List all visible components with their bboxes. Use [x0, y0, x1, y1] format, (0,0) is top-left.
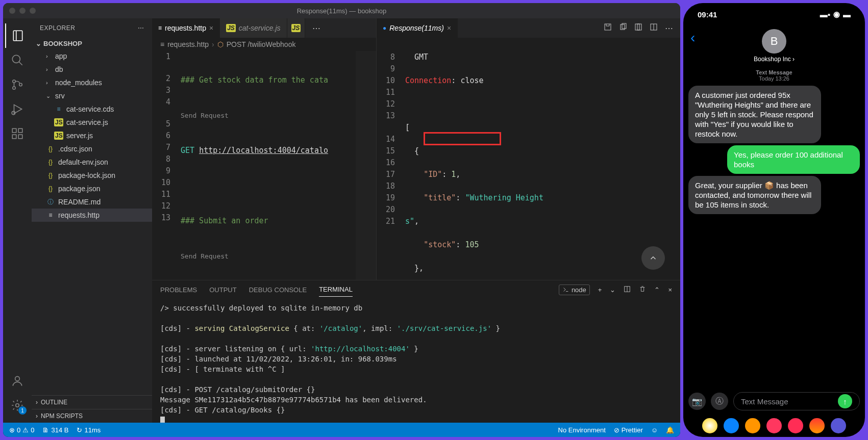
status-prettier[interactable]: ⊘Prettier	[614, 426, 643, 434]
search-icon[interactable]	[5, 48, 30, 72]
account-icon[interactable]	[5, 369, 30, 393]
status-size[interactable]: 🗎314 B	[42, 426, 68, 434]
editor-right[interactable]: 89101112131415161718192021 GMT Connectio…	[377, 38, 680, 280]
send-button[interactable]: ↑	[838, 394, 852, 408]
split-icon[interactable]	[650, 23, 658, 33]
back-button[interactable]: ‹	[690, 30, 695, 46]
contact-header[interactable]: B Bookshop Inc ›	[754, 29, 795, 63]
dock-memoji1-icon[interactable]	[745, 418, 760, 433]
file-cat-service-js[interactable]: JScat-service.js	[32, 116, 152, 129]
file-readme-md[interactable]: ⓘREADME.md	[32, 195, 152, 209]
minimap[interactable]	[356, 51, 376, 280]
phone-input-area: 📷 Ⓐ Text Message ↑	[683, 388, 865, 415]
dock-photos-icon[interactable]	[702, 418, 717, 433]
chevron-up-icon[interactable]: ⌃	[654, 286, 660, 294]
close-icon[interactable]: ×	[209, 24, 213, 32]
tab-response[interactable]: ● Response(11ms) ×	[377, 18, 458, 38]
npm-scripts-section[interactable]: ›NPM SCRIPTS	[32, 409, 152, 423]
send-request-link[interactable]: Send Request	[181, 110, 356, 121]
minimize-window[interactable]	[19, 8, 26, 14]
dock-app2-icon[interactable]	[831, 418, 846, 433]
copy-icon[interactable]	[619, 23, 627, 33]
dock-memoji2-icon[interactable]	[766, 418, 782, 433]
message-bubble-in[interactable]: A customer just ordered 95x "Wuthering H…	[688, 86, 821, 143]
folder-db[interactable]: ›db	[32, 63, 152, 76]
settings-badge: 1	[18, 406, 27, 415]
messages-list[interactable]: Text Message Today 13:26 A customer just…	[683, 66, 865, 388]
folder-app[interactable]: ›app	[32, 49, 152, 63]
tab-cat-service-js[interactable]: JS cat-service.js	[220, 18, 287, 38]
folder-node-modules[interactable]: ›node_modules	[32, 76, 152, 89]
close-panel-icon[interactable]: ×	[668, 286, 672, 294]
settings-gear-icon[interactable]: 1	[5, 393, 30, 418]
close-window[interactable]	[9, 8, 15, 14]
more-icon[interactable]: ⋯	[665, 23, 673, 33]
maximize-window[interactable]	[30, 8, 36, 14]
phone-dock	[683, 415, 865, 437]
chevron-down-icon: ⌄	[36, 40, 41, 47]
traffic-lights	[9, 8, 36, 14]
response-content[interactable]: GMT Connection: close [ { "ID": 1, "titl…	[405, 40, 680, 280]
code-content[interactable]: ### Get stock data from the cata Send Re…	[181, 51, 356, 280]
message-input[interactable]: Text Message ↑	[733, 392, 860, 410]
file-server-js[interactable]: JSserver.js	[32, 129, 152, 142]
file-package-lock-json[interactable]: {}package-lock.json	[32, 169, 152, 182]
send-request-link[interactable]: Send Request	[181, 250, 356, 262]
status-environment[interactable]: No Environment	[558, 426, 606, 434]
tabs-row: ≡ requests.http × JS cat-service.js JS ⋯	[152, 18, 680, 38]
file-requests-http[interactable]: ≡requests.http	[32, 209, 152, 222]
scroll-top-button[interactable]	[641, 246, 665, 270]
message-bubble-in[interactable]: Great, your supplier 📦 has been contacte…	[688, 176, 821, 214]
svg-rect-5	[12, 128, 16, 133]
file-cat-service-cds[interactable]: ≡cat-service.cds	[32, 102, 152, 116]
extensions-icon[interactable]	[5, 121, 30, 146]
breadcrumb[interactable]: ≡ requests.http › ⬡ POST /twilioWebhook	[152, 38, 376, 51]
status-errors[interactable]: ⊗0⚠0	[9, 426, 34, 434]
symbol-icon: ⬡	[217, 40, 224, 48]
appstore-icon[interactable]: Ⓐ	[711, 393, 728, 410]
sidebar-more-icon[interactable]: ⋯	[138, 24, 144, 32]
dock-app-icon[interactable]	[809, 418, 825, 433]
chevron-down-icon[interactable]: ⌄	[610, 286, 615, 294]
panel-tab-terminal[interactable]: TERMINAL	[319, 282, 353, 297]
panel-tab-problems[interactable]: PROBLEMS	[160, 283, 197, 297]
file-default-env-json[interactable]: {}default-env.json	[32, 156, 152, 169]
dock-appstore-icon[interactable]	[724, 418, 739, 433]
run-debug-icon[interactable]	[5, 97, 30, 121]
status-bell-icon[interactable]: 🔔	[666, 426, 674, 434]
editor-left[interactable]: ≡ requests.http › ⬡ POST /twilioWebhook …	[152, 38, 377, 280]
tab-overflow-js[interactable]: JS	[287, 18, 306, 38]
panel-tab-output[interactable]: OUTPUT	[209, 283, 236, 297]
file-package-json[interactable]: {}package.json	[32, 182, 152, 195]
split-terminal-icon[interactable]	[624, 286, 631, 294]
close-icon[interactable]: ×	[447, 24, 451, 32]
terminal-content[interactable]: /> successfully deployed to sqlite in-me…	[152, 299, 680, 423]
tab-actions-right: ⋯	[597, 18, 680, 38]
message-bubble-out[interactable]: Yes, please order 100 additional books	[727, 145, 860, 174]
more-icon[interactable]: ⋯	[312, 23, 320, 33]
status-time[interactable]: ↻11ms	[77, 426, 101, 434]
js-icon: JS	[291, 24, 301, 32]
outline-section[interactable]: ›OUTLINE	[32, 395, 152, 409]
duplicate-icon[interactable]	[634, 23, 642, 33]
line-gutter: 89101112131415161718192021	[377, 40, 405, 280]
camera-icon[interactable]: 📷	[688, 393, 706, 410]
phone-statusbar: 09:41 ▬▪ ◉ ▬	[683, 3, 865, 25]
project-header[interactable]: ⌄ BOOKSHOP	[32, 38, 152, 49]
explorer-icon[interactable]	[5, 23, 30, 48]
shell-selector[interactable]: node	[559, 284, 590, 295]
save-icon[interactable]	[604, 23, 612, 33]
svg-rect-6	[12, 135, 16, 139]
panel-tab-debug-console[interactable]: DEBUG CONSOLE	[249, 283, 307, 297]
dock-music-icon[interactable]	[788, 418, 803, 433]
new-terminal-icon[interactable]: +	[598, 286, 602, 294]
status-feedback-icon[interactable]: ☺	[651, 426, 658, 434]
trash-icon[interactable]	[639, 286, 646, 294]
activity-bar: 1	[3, 18, 32, 423]
file-cdsrc-json[interactable]: {}.cdsrc.json	[32, 142, 152, 156]
window-title: Response(11ms) — bookshop	[297, 7, 387, 15]
source-control-icon[interactable]	[5, 72, 30, 97]
tab-requests-http[interactable]: ≡ requests.http ×	[152, 18, 220, 38]
folder-srv[interactable]: ⌄srv	[32, 89, 152, 102]
svg-point-3	[19, 83, 22, 86]
